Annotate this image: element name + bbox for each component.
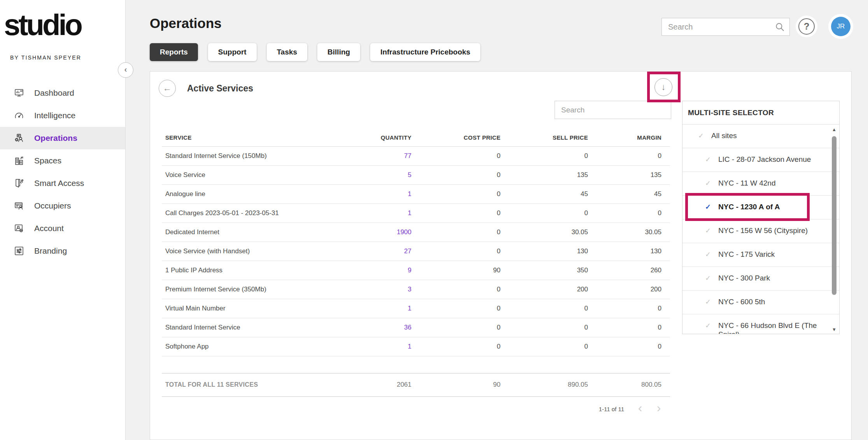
site-item-nyc-66-hudson[interactable]: NYC - 66 Hudson Blvd E (The Spiral) <box>682 314 839 334</box>
total-label: TOTAL FOR ALL 11 SERVICES <box>162 373 341 396</box>
section-tabs: Reports Support Tasks Billing Infrastruc… <box>150 43 480 61</box>
sidebar-item-label: Operations <box>34 133 77 143</box>
dashboard-monitor-icon <box>14 88 24 98</box>
app-screen: studio BY TISHMAN SPEYER Dashboard Intel… <box>0 0 868 440</box>
margin-cell: 260 <box>588 261 670 280</box>
site-item-nyc-175-varick[interactable]: NYC - 175 Varick <box>682 243 839 267</box>
check-icon <box>705 298 713 306</box>
table-search-input[interactable] <box>555 101 671 119</box>
next-page-button[interactable] <box>652 402 665 415</box>
search-icon[interactable] <box>775 22 785 32</box>
table-row: Virtual Main Number 1 0 0 0 <box>162 299 670 318</box>
service-cell: Virtual Main Number <box>162 299 341 318</box>
global-search-input[interactable] <box>662 23 775 32</box>
scrollbar[interactable] <box>831 127 838 332</box>
quantity-link[interactable]: 1 <box>341 184 411 203</box>
scroll-down-arrow-icon[interactable] <box>831 327 838 332</box>
multi-site-selector-title: MULTI-SITE SELECTOR <box>682 101 839 124</box>
margin-cell: 130 <box>588 242 670 261</box>
sell-price-cell: 0 <box>500 203 588 223</box>
tab-infrastructure-pricebooks[interactable]: Infrastructure Pricebooks <box>370 43 480 61</box>
sidebar-item-operations[interactable]: Operations <box>0 127 125 149</box>
quantity-link[interactable]: 36 <box>341 318 411 337</box>
site-item-nyc-300-park[interactable]: NYC - 300 Park <box>682 267 839 291</box>
total-row: TOTAL FOR ALL 11 SERVICES 2061 90 890.05… <box>162 373 670 396</box>
sidebar-item-spaces[interactable]: Spaces <box>0 149 125 172</box>
cost-price-cell: 0 <box>411 203 500 223</box>
sidebar-item-smart-access[interactable]: Smart Access <box>0 172 125 195</box>
help-button[interactable]: ? <box>796 16 817 37</box>
quantity-link[interactable]: 1 <box>341 203 411 223</box>
cost-price-cell: 0 <box>411 223 500 242</box>
sidebar-item-dashboard[interactable]: Dashboard <box>0 82 125 104</box>
column-header-quantity[interactable]: QUANTITY <box>341 129 411 146</box>
site-item-nyc-1230-a-of-a[interactable]: NYC - 1230 A of A <box>682 196 839 219</box>
check-icon <box>705 226 713 235</box>
quantity-link[interactable]: 1900 <box>341 223 411 242</box>
window-person-icon <box>14 201 24 211</box>
tab-billing[interactable]: Billing <box>317 43 360 61</box>
sell-price-cell: 350 <box>500 261 588 280</box>
cost-price-cell: 0 <box>411 299 500 318</box>
sidebar-item-intelligence[interactable]: Intelligence <box>0 104 125 127</box>
card-title: Active Services <box>187 83 253 94</box>
sidebar-item-label: Spaces <box>34 156 61 165</box>
spacer-row <box>162 356 670 373</box>
pagination: 1-11 of 11 <box>599 402 665 415</box>
sidebar-item-branding[interactable]: Branding <box>0 240 125 262</box>
service-cell: Analogue line <box>162 184 341 203</box>
site-item-nyc-156-w-56[interactable]: NYC - 156 W 56 (Cityspire) <box>682 219 839 243</box>
sell-price-cell: 0 <box>500 299 588 318</box>
quantity-link[interactable]: 77 <box>341 146 411 165</box>
table-row: 1 Public IP Address 9 90 350 260 <box>162 261 670 280</box>
sidebar-collapse-button[interactable] <box>118 62 133 78</box>
column-header-margin[interactable]: MARGIN <box>588 129 670 146</box>
table-header-row: SERVICE QUANTITY COST PRICE SELL PRICE M… <box>162 129 670 146</box>
table-row: Standard Internet Service (150Mb) 77 0 0… <box>162 146 670 165</box>
quantity-link[interactable]: 3 <box>341 280 411 299</box>
back-button[interactable] <box>159 80 176 97</box>
sidebar-item-label: Dashboard <box>34 88 74 98</box>
margin-cell: 135 <box>588 165 670 184</box>
global-search <box>662 18 790 36</box>
site-item-nyc-11-w-42nd[interactable]: NYC - 11 W 42nd <box>682 172 839 196</box>
sidebar-item-occupiers[interactable]: Occupiers <box>0 195 125 217</box>
quantity-link[interactable]: 5 <box>341 165 411 184</box>
quantity-link[interactable]: 1 <box>341 337 411 356</box>
quantity-link[interactable]: 27 <box>341 242 411 261</box>
site-item-all-sites[interactable]: All sites <box>682 124 839 148</box>
total-quantity: 2061 <box>341 373 411 396</box>
building-icon <box>14 156 24 166</box>
sidebar: studio BY TISHMAN SPEYER Dashboard Intel… <box>0 0 126 440</box>
site-item-lic-28-07-jackson[interactable]: LIC - 28-07 Jackson Avenue <box>682 148 839 172</box>
sliders-icon <box>14 246 24 256</box>
check-icon <box>698 131 706 140</box>
column-header-service[interactable]: SERVICE <box>162 129 341 146</box>
quantity-link[interactable]: 1 <box>341 299 411 318</box>
table-row: Analogue line 1 0 45 45 <box>162 184 670 203</box>
cost-price-cell: 0 <box>411 165 500 184</box>
sell-price-cell: 0 <box>500 146 588 165</box>
previous-page-button[interactable] <box>634 402 647 415</box>
sidebar-item-account[interactable]: Account <box>0 217 125 240</box>
tab-support[interactable]: Support <box>208 43 257 61</box>
check-icon <box>705 155 713 164</box>
quantity-link[interactable]: 9 <box>341 261 411 280</box>
tab-reports[interactable]: Reports <box>150 43 198 61</box>
service-cell: Voice Service <box>162 165 341 184</box>
scrollbar-thumb[interactable] <box>832 136 836 295</box>
user-menu-button[interactable]: JR <box>828 14 853 39</box>
studio-logo: studio <box>4 9 81 41</box>
cost-price-cell: 0 <box>411 184 500 203</box>
download-button[interactable] <box>654 78 672 96</box>
site-item-nyc-600-5th[interactable]: NYC - 600 5th <box>682 291 839 314</box>
sell-price-cell: 200 <box>500 280 588 299</box>
total-sell-price: 890.05 <box>500 373 588 396</box>
service-cell: 1 Public IP Address <box>162 261 341 280</box>
column-header-sell-price[interactable]: SELL PRICE <box>500 129 588 146</box>
cost-price-cell: 0 <box>411 280 500 299</box>
sell-price-cell: 30.05 <box>500 223 588 242</box>
tab-tasks[interactable]: Tasks <box>267 43 307 61</box>
column-header-cost-price[interactable]: COST PRICE <box>411 129 500 146</box>
scroll-up-arrow-icon[interactable] <box>831 127 838 132</box>
